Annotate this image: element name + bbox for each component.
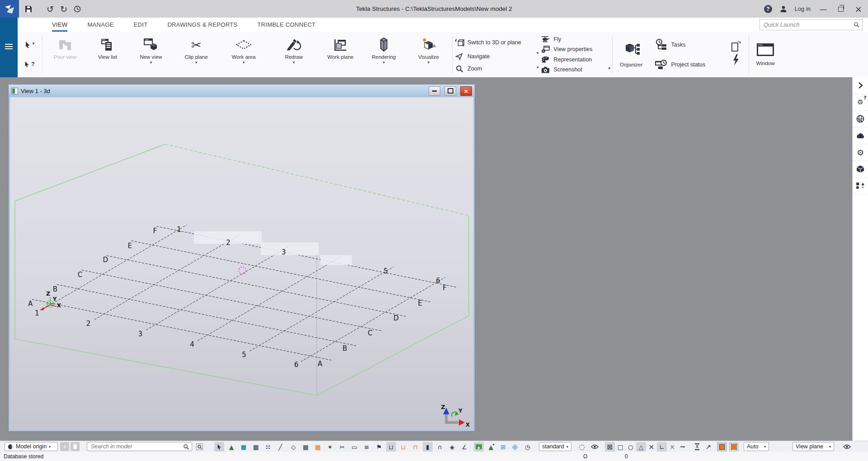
select-distances-button[interactable]: ∠ xyxy=(459,442,469,452)
organizer-button[interactable]: Organizer xyxy=(613,32,649,77)
ortho-button[interactable] xyxy=(717,442,727,452)
snap-midpoints-button[interactable]: △ xyxy=(636,442,646,452)
clip-plane-button[interactable]: ✂ Clip plane ▾ xyxy=(174,32,219,77)
tekla-online-button[interactable] xyxy=(853,111,868,127)
origin-select[interactable]: Model origin ▾ xyxy=(5,442,58,451)
select-parts-button[interactable]: ▲ xyxy=(226,442,236,452)
view-properties-button[interactable]: View properties xyxy=(541,46,607,53)
snap-depth-select[interactable]: Auto ▾ xyxy=(744,442,769,451)
components-button[interactable]: ■ ▲● + xyxy=(853,178,868,194)
snap-line-button[interactable]: ↗ xyxy=(703,442,713,452)
work-plane-button[interactable]: Work plane xyxy=(319,32,362,77)
representation-button[interactable]: Representation xyxy=(541,56,607,63)
select-assemblies-button[interactable]: ▮ xyxy=(423,442,433,452)
selection-filter-select[interactable]: standard ▾ xyxy=(539,442,571,451)
transparency-button[interactable]: ◌ xyxy=(577,442,587,452)
select-rebar-button[interactable]: ∩ xyxy=(435,442,445,452)
caret-down-icon[interactable]: ▾ xyxy=(537,65,539,70)
tasks-button[interactable]: Tasks xyxy=(655,39,722,51)
snap-plane-select[interactable]: View plane ▾ xyxy=(793,442,834,451)
select-objects-button[interactable]: ◇ xyxy=(288,442,298,452)
select-gridlines-button[interactable]: ▦ xyxy=(313,442,323,452)
visualize-button[interactable]: Visualize ▾ xyxy=(406,32,451,77)
view-window-titlebar[interactable]: View 1 - 3d × xyxy=(9,85,475,97)
select-tool-button[interactable]: ▾ xyxy=(24,41,35,49)
snap-endpoints-button[interactable]: □ xyxy=(615,442,625,452)
tab-manage[interactable]: MANAGE xyxy=(87,18,113,32)
snap-extensions-button[interactable]: × xyxy=(667,442,677,452)
navigate-button[interactable]: Navigate xyxy=(454,53,535,60)
pour-view-button[interactable]: Pour view xyxy=(43,32,87,77)
view-maximize-button[interactable] xyxy=(444,86,456,96)
project-status-button[interactable]: Project status xyxy=(655,59,722,70)
tab-edit[interactable]: EDIT xyxy=(134,18,148,32)
select-single-connections-button[interactable]: ⊔ xyxy=(386,442,396,452)
view-minimize-button[interactable] xyxy=(429,86,440,96)
snap-nearest-button[interactable]: ~ xyxy=(678,442,688,452)
work-area-button[interactable]: Work area ▾ xyxy=(219,32,269,77)
inquire-tool-button[interactable]: ? xyxy=(24,61,34,68)
help-button[interactable]: ? xyxy=(764,5,772,13)
view-3d-scene[interactable]: A B C D E F A B C D E F xyxy=(10,97,473,430)
select-grid-button[interactable]: ▦ xyxy=(251,442,261,452)
select-all-button[interactable] xyxy=(214,442,224,452)
model-canvas[interactable]: View 1 - 3d × xyxy=(0,77,868,441)
tab-view[interactable]: VIEW xyxy=(52,18,67,32)
caret-down-icon[interactable]: ▾ xyxy=(537,51,539,55)
select-area-button[interactable]: ■ xyxy=(239,442,249,452)
select-grids-button[interactable]: ▦ xyxy=(301,442,311,452)
fly-button[interactable]: Fly xyxy=(541,36,607,42)
caret-down-icon[interactable]: ▾ xyxy=(609,66,611,71)
tab-drawings-reports[interactable]: DRAWINGS & REPORTS xyxy=(167,18,237,32)
restore-button[interactable] xyxy=(836,5,846,14)
select-pour-objects-button[interactable]: ▲ xyxy=(474,442,484,452)
snap-points-button[interactable]: ⊠ xyxy=(605,442,615,452)
rendering-button[interactable]: Rendering ▾ xyxy=(362,32,406,77)
view-list-button[interactable]: View list xyxy=(87,32,128,77)
help-panel-button[interactable]: ⚙? xyxy=(853,94,868,111)
search-scope-button[interactable] xyxy=(194,442,204,452)
model-tree-button[interactable] xyxy=(853,161,868,178)
switch-3d-plane-button[interactable]: Switch to 3D or plane xyxy=(454,37,535,48)
close-button[interactable]: × xyxy=(854,4,863,14)
panel-expand-button[interactable] xyxy=(853,77,868,94)
snap-any-position-button[interactable]: X xyxy=(692,442,702,452)
select-pour-breaks-button[interactable]: ▲ xyxy=(486,442,496,452)
trimble-connect-button[interactable] xyxy=(853,127,868,144)
snap-intersections-button[interactable]: × xyxy=(646,442,656,452)
view-close-button[interactable]: × xyxy=(460,86,472,96)
tab-trimble-connect[interactable]: TRIMBLE CONNECT xyxy=(257,18,316,32)
screenshot-button[interactable]: Screenshot xyxy=(541,66,607,73)
plane-visibility-button[interactable] xyxy=(842,442,852,452)
select-connections-button[interactable]: ⊔ xyxy=(398,442,408,452)
select-fittings-button[interactable]: ≡ xyxy=(362,442,372,452)
select-welds-button[interactable]: ✶ xyxy=(325,442,335,452)
redraw-button[interactable]: Redraw ▾ xyxy=(269,32,319,77)
view-viewport[interactable]: A B C D E F A B C D E F xyxy=(10,97,473,430)
snap-override-button[interactable] xyxy=(729,442,739,452)
add-origin-button[interactable]: + xyxy=(60,442,69,451)
window-button[interactable]: Window xyxy=(750,32,781,77)
zoom-button[interactable]: Zoom xyxy=(454,65,535,72)
snap-perpendicular-button[interactable]: ∟ xyxy=(657,442,667,452)
search-icon[interactable] xyxy=(183,444,189,450)
new-view-button[interactable]: New view ▾ xyxy=(128,32,174,77)
visibility-button[interactable] xyxy=(590,442,599,452)
settings-button[interactable]: ⚙ xyxy=(853,144,868,161)
snap-centers-button[interactable]: ○ xyxy=(626,442,636,452)
main-menu-panel[interactable] xyxy=(0,18,18,77)
select-task-dependencies-button[interactable]: ⊞ xyxy=(510,442,520,452)
select-cuts-button[interactable]: ✂ xyxy=(337,442,347,452)
delete-origin-button[interactable] xyxy=(71,442,80,451)
select-tasks-button[interactable]: ⊞ xyxy=(498,442,508,452)
select-details-button[interactable]: ⊓ xyxy=(410,442,420,452)
view-window[interactable]: View 1 - 3d × xyxy=(8,84,475,432)
applications-button[interactable] xyxy=(723,32,748,77)
select-surfaces-button[interactable]: ◈ xyxy=(447,442,457,452)
minimize-button[interactable]: — xyxy=(818,5,828,14)
grid-lines[interactable] xyxy=(32,225,456,362)
model-search-input[interactable] xyxy=(90,443,181,450)
quick-launch-input[interactable] xyxy=(763,21,854,28)
select-schedule-button[interactable]: ◷ xyxy=(523,442,533,452)
select-bolts-button[interactable]: ⚑ xyxy=(374,442,384,452)
